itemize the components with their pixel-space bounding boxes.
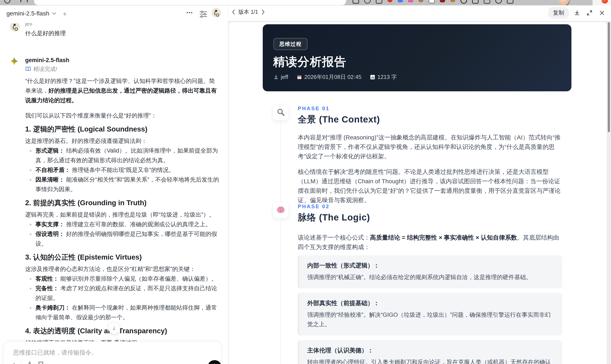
extension-icon[interactable] xyxy=(472,0,478,4)
assistant-name: gemini-2.5-flash xyxy=(25,56,220,64)
extension-icon[interactable] xyxy=(353,0,359,4)
close-button[interactable] xyxy=(598,9,606,17)
section-heading: 3. 认知的公正性 (Epistemic Virtues) xyxy=(25,253,220,261)
chevron-down-icon xyxy=(52,12,56,15)
scroll-to-bottom-button[interactable]: ↓ xyxy=(108,322,120,334)
list-item: 不自相矛盾： 推理链条中不能出现“既是又非”的情况。 xyxy=(25,165,220,175)
artifact-panel: 版本 1/1 复制 思维过程 xyxy=(228,5,611,364)
artifact-actions: 复制 xyxy=(548,7,606,18)
composer-toolbar: + xyxy=(12,361,44,364)
extension-icon[interactable] xyxy=(440,0,445,2)
report-meta: jeff 2026年01月08日 02:45 1213 字 xyxy=(273,73,397,81)
dimension-box-1: 内部一致性（形式逻辑）： 强调推理的“机械正确”。结论必须在给定的规则系统内逻辑… xyxy=(298,255,562,288)
box-text: 转向推理者的心理特征。引入奥卡姆剃刀和反向论证，旨在克服人类（或机器）天然存在的… xyxy=(307,357,554,364)
formula-bold: 高质量结论 = 结构完整性 × 事实准确性 × 认知自律系数 xyxy=(370,234,517,241)
new-chat-button[interactable]: + xyxy=(63,10,67,18)
phase-paragraph: 核心情境在于解决“思考的随意性”问题。不论是人类通过批判性思维进行决策，还是大语… xyxy=(298,167,562,205)
lead-text: 我们可以从以下四个维度来衡量什么是“好的推理”： xyxy=(25,111,220,120)
phase-section-2: PHASE 02 脉络 (The Logic) 该论述基于一个核心公式：高质量结… xyxy=(273,203,569,252)
section-heading: 1. 逻辑的严密性 (Logical Soundness) xyxy=(25,125,220,133)
calendar-icon xyxy=(297,74,302,80)
browser-grid-icon[interactable] xyxy=(20,0,28,2)
open-book-icon xyxy=(25,66,31,72)
browser-orange-icon[interactable] xyxy=(601,0,608,3)
dimension-box-2: 外部真实性（前提基础）： 强调推理的“经验校准”。解决“GIGO（垃圾进，垃圾出… xyxy=(298,293,562,335)
assistant-status-text: 精读完成! xyxy=(33,65,57,72)
phase-title: 脉络 (The Logic) xyxy=(298,211,562,223)
artifact-document: 思维过程 精读分析报告 jeff 2026年01月08日 02:45 xyxy=(229,22,607,364)
model-name: gemini-2.5-flash xyxy=(6,10,49,17)
box-title: 外部真实性（前提基础）： xyxy=(307,299,554,307)
extension-icon[interactable] xyxy=(364,0,371,4)
extension-icon[interactable] xyxy=(398,0,403,2)
extension-icon[interactable] xyxy=(429,0,435,3)
extension-icon[interactable] xyxy=(461,0,467,4)
message-composer[interactable]: 思维接口已就绪，请传输指令。 + xyxy=(3,341,221,364)
copy-button[interactable]: 复制 xyxy=(548,7,569,18)
expand-button[interactable] xyxy=(585,9,594,17)
artifact-toolbar: 版本 1/1 复制 xyxy=(228,5,611,21)
bookmark-icon[interactable] xyxy=(38,362,44,364)
box-text: 强调推理的“经验校准”。解决“GIGO（垃圾进，垃圾出）”问题，确保推理引擎运行… xyxy=(307,310,554,329)
user-avatar[interactable] xyxy=(212,8,221,17)
chevron-right-icon[interactable] xyxy=(262,10,265,15)
box-title: 内部一致性（形式逻辑）： xyxy=(307,262,554,270)
divider xyxy=(21,362,21,364)
voice-input-button[interactable] xyxy=(207,360,222,364)
download-button[interactable] xyxy=(573,9,581,17)
assistant-status-row: 精读完成! xyxy=(25,65,220,72)
intro-bold: 好的推理是从已知信息出发，通过严密的逻辑路径，得出可靠且有说服力结论的过程。 xyxy=(25,88,217,104)
more-options-icon[interactable]: ⋯ xyxy=(186,9,193,16)
bullet-list: 事实支撑： 推理建立在可靠的数据、准确的观测或公认的真理之上。 假设透明： 好的… xyxy=(25,220,220,249)
extension-icon[interactable] xyxy=(450,0,455,2)
extension-icon[interactable] xyxy=(418,0,424,2)
list-item: 事实支撑： 推理建立在可靠的数据、准确的观测或公认的真理之上。 xyxy=(25,220,220,229)
meta-word-count: 1213 字 xyxy=(370,73,397,81)
assistant-markdown: “什么是好的推理？”这是一个涉及逻辑学、认知科学和哲学核心的问题。简单来说，好的… xyxy=(25,76,220,364)
extension-icon[interactable] xyxy=(376,0,382,4)
phase-section-1: PHASE 01 全景 (The Context) 本内容是对“推理 (Reas… xyxy=(273,105,569,205)
meta-date: 2026年01月08日 02:45 xyxy=(297,73,361,81)
bullet-list: 客观性： 能够识别并尽量排除个人偏见（如幸存者偏差、确认偏差）。 完备性： 考虑… xyxy=(25,274,220,322)
bullet-list: 形式逻辑： 结构必须有效（Valid）。比如演绎推理中，如果前提全部为真，那么通… xyxy=(25,146,220,194)
phase-title: 全景 (The Context) xyxy=(298,114,562,126)
report-title: 精读分析报告 xyxy=(273,54,346,70)
browser-profile-avatar[interactable] xyxy=(558,0,570,5)
list-item: 形式逻辑： 结构必须有效（Valid）。比如演绎推理中，如果前提全部为真，那么通… xyxy=(25,146,220,165)
chat-panel: gemini-2.5-flash + ⋯ xyxy=(0,5,228,364)
list-item: 奥卡姆剃刀： 在解释同一个现象时，如果两种推理都能站得住脚，通常倾向于最简单、假… xyxy=(25,303,220,322)
panel-divider xyxy=(228,5,228,364)
chevron-left-icon[interactable] xyxy=(232,10,235,15)
hero-badge: 思维过程 xyxy=(273,38,307,50)
attach-plus-icon[interactable]: + xyxy=(12,362,16,364)
sparkle-tools-icon[interactable] xyxy=(26,361,33,364)
model-selector[interactable]: gemini-2.5-flash xyxy=(6,10,56,17)
scrollbar-thumb[interactable] xyxy=(608,22,610,132)
list-item: 完备性： 考虑了对立的观点和潜在的反证，而不是只选择支持自己结论的证据。 xyxy=(25,284,220,303)
chat-header: gemini-2.5-flash + ⋯ xyxy=(0,5,228,23)
section-intro: 逻辑再完美，如果前提是错误的，推理也是垃圾（即“垃圾进，垃圾出”）。 xyxy=(25,210,220,220)
section-intro: 这涉及推理者的心态和方法论，也是区分“杠精”和“思想家”的关键： xyxy=(25,264,220,274)
list-item: 因果清晰： 能准确区分“相关性”和“因果关系”，不会轻率地将先后发生的事情归为因… xyxy=(25,175,220,194)
extension-icon[interactable] xyxy=(495,0,502,4)
report-hero-card: 思维过程 精读分析报告 jeff 2026年01月08日 02:45 xyxy=(263,24,571,91)
extension-icon[interactable] xyxy=(507,0,513,4)
browser-tab-icon[interactable] xyxy=(4,0,10,3)
extension-row xyxy=(353,0,513,4)
extension-icon[interactable] xyxy=(408,0,413,2)
meta-author: jeff xyxy=(273,74,288,80)
address-bar[interactable] xyxy=(34,0,346,5)
dimension-box-3: 主体伦理（认识美德）： 转向推理者的心理特征。引入奥卡姆剃刀和反向论证，旨在克服… xyxy=(298,340,562,364)
user-message-avatar xyxy=(10,22,20,32)
extension-icon[interactable] xyxy=(387,0,393,2)
section-heading: 2. 前提的真实性 (Grounding in Truth) xyxy=(25,198,220,207)
box-text: 强调推理的“机械正确”。结论必须在给定的规则系统内逻辑自洽，这是推理的硬件基础。 xyxy=(307,273,554,282)
phase-paragraph: 本内容是对“推理 (Reasoning)”这一抽象概念的高层建模。在知识爆炸与人… xyxy=(298,133,562,161)
section-heading: 4. 表达的透明度 (Clarity and Transparency) xyxy=(25,327,220,335)
box-title: 主体伦理（认识美德）： xyxy=(307,347,554,354)
user-message-text: 什么是好的推理 xyxy=(25,29,66,37)
browser-corner-tab xyxy=(593,0,611,5)
settings-sliders-icon[interactable] xyxy=(199,11,207,18)
extension-icon[interactable] xyxy=(484,0,490,4)
arrow-down-icon: ↓ xyxy=(113,325,116,331)
